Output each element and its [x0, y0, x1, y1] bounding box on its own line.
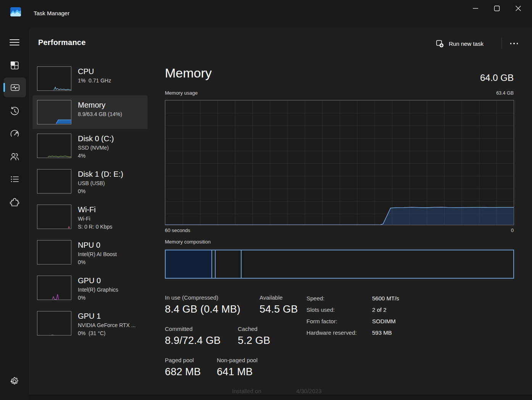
sidebar-item-details[interactable] [5, 173, 24, 185]
perf-item-disk0[interactable]: Disk 0 (C:) SSD (NVMe) 4% [32, 129, 148, 165]
sidebar-item-services[interactable] [5, 197, 24, 208]
run-new-task-icon [436, 40, 444, 48]
clipped-background-text: Installed on 4/30/2023 [29, 388, 532, 395]
wifi-mini-chart [37, 205, 71, 229]
x-axis-right-label: 0 [511, 227, 514, 233]
window-controls [465, 0, 529, 18]
maximize-button[interactable] [486, 0, 508, 17]
hamburger-menu-button[interactable] [5, 37, 24, 48]
composition-segment-free [242, 250, 513, 278]
performance-sidebar: CPU 1% 0.71 GHz Memory 8.9/63.4 GB (14%) [32, 62, 148, 342]
composition-segment-modified [212, 250, 216, 278]
spec-form-factor: Form factor: SODIMM [306, 318, 399, 329]
sidebar-item-users[interactable] [5, 151, 24, 162]
sidebar-item-startup-apps[interactable] [5, 128, 24, 139]
memory-composition-bar [165, 250, 514, 279]
npu0-mini-chart [37, 240, 71, 265]
settings-gear-icon [10, 376, 19, 386]
gpu1-mini-chart [37, 311, 71, 335]
cpu-mini-chart [37, 66, 71, 91]
selected-indicator-pill [3, 83, 5, 92]
minimize-button[interactable] [465, 0, 486, 17]
hamburger-menu-icon [10, 39, 19, 46]
composition-segment-in-use [166, 250, 212, 278]
memory-usage-label: Memory usage [165, 90, 198, 96]
titlebar: Task Manager [0, 0, 532, 27]
cpu-sparkline [37, 67, 71, 90]
stat-in-use: In use (Compressed) 8.4 GB (0.4 MB) [165, 294, 240, 315]
run-new-task-button[interactable]: Run new task [432, 36, 487, 51]
memory-usage-max-label: 63.4 GB [496, 90, 514, 96]
perf-item-disk1[interactable]: Disk 1 (D: E:) USB (USB) 0% [32, 165, 148, 200]
stat-paged-pool: Paged pool 682 MB [165, 357, 201, 378]
page-title: Performance [38, 38, 85, 47]
perf-item-cpu[interactable]: CPU 1% 0.71 GHz [32, 62, 148, 95]
window-title: Task Manager [34, 10, 69, 16]
details-list-icon [10, 174, 20, 184]
spec-hardware-reserved: Hardware reserved: 593 MB [306, 329, 399, 341]
perf-item-wifi[interactable]: Wi-Fi Wi-Fi S: 0 R: 0 Kbps [32, 200, 148, 235]
x-axis-left-label: 60 seconds [165, 227, 190, 233]
npu0-sparkline [37, 240, 71, 264]
startup-gauge-icon [10, 129, 20, 139]
perf-item-memory[interactable]: Memory 8.9/63.4 GB (14%) [32, 95, 148, 129]
sidebar-item-processes[interactable] [5, 60, 24, 71]
more-ellipsis-icon [510, 43, 512, 44]
stat-cached: Cached 5.2 GB [238, 326, 270, 347]
gpu0-sparkline [37, 276, 71, 300]
memory-total-capacity: 64.0 GB [480, 73, 514, 83]
disk1-sparkline [37, 169, 71, 193]
services-puzzle-icon [10, 197, 20, 208]
settings-button[interactable] [5, 376, 24, 387]
hardware-specs: Speed: 5600 MT/s Slots used: 2 of 2 Form… [306, 295, 399, 341]
stat-available: Available 54.5 GB [260, 294, 298, 315]
perf-item-gpu1[interactable]: GPU 1 NVIDIA GeForce RTX ... 0% (31 °C) [32, 306, 148, 342]
memory-usage-chart [165, 100, 514, 225]
minimize-icon [472, 5, 479, 11]
processes-grid-icon [10, 60, 20, 71]
memory-usage-area [165, 207, 514, 225]
more-options-button[interactable] [506, 37, 522, 50]
performance-pulse-icon [10, 82, 20, 93]
memory-composition-label: Memory composition [165, 239, 211, 245]
gpu0-mini-chart [37, 276, 71, 300]
sidebar-item-performance[interactable] [4, 77, 26, 97]
performance-panel: Performance Run new task CPU [29, 27, 532, 395]
memory-usage-graph [165, 100, 514, 225]
memory-title: Memory [165, 66, 212, 81]
users-icon [10, 152, 20, 162]
disk0-mini-chart [37, 134, 71, 158]
gpu1-sparkline [37, 311, 71, 335]
perf-item-gpu0[interactable]: GPU 0 Intel(R) Graphics 0% [32, 271, 148, 306]
task-manager-window: Task Manager [0, 0, 532, 400]
app-logo-icon [10, 6, 21, 18]
sidebar-item-app-history[interactable] [5, 105, 24, 117]
memory-sparkline [37, 100, 71, 124]
disk0-sparkline [37, 134, 71, 158]
maximize-icon [494, 5, 500, 11]
close-button[interactable] [508, 0, 529, 17]
run-new-task-label: Run new task [449, 40, 484, 47]
spec-speed: Speed: 5600 MT/s [306, 295, 399, 306]
stat-non-paged-pool: Non-paged pool 641 MB [217, 357, 258, 378]
composition-segment-standby [216, 250, 241, 278]
wifi-sparkline [37, 205, 71, 229]
close-icon [515, 5, 521, 11]
perf-item-npu0[interactable]: NPU 0 Intel(R) AI Boost 0% [32, 235, 148, 271]
memory-mini-chart [37, 100, 71, 124]
nav-rail [0, 27, 29, 400]
stat-committed: Committed 8.9/72.4 GB [165, 326, 221, 347]
spec-slots-used: Slots used: 2 of 2 [306, 306, 399, 318]
disk1-mini-chart [37, 169, 71, 194]
header-separator [501, 37, 502, 49]
history-clock-icon [10, 106, 20, 116]
window-bottom-strip [29, 395, 532, 400]
